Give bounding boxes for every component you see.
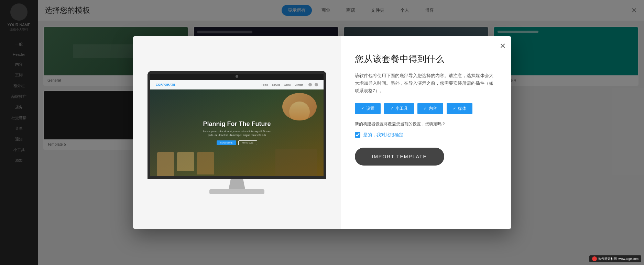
screen-menu-icon xyxy=(315,83,318,86)
watermark-icon xyxy=(592,256,597,261)
tag-label-content: 内容 xyxy=(429,106,437,112)
hero-buttons: READ MORE PURCHASE xyxy=(203,140,271,145)
modal-info: 您从该套餐中得到什么 该软件包将使用下面的底部导入您选择的内容。请注意，选择媒体… xyxy=(341,36,511,229)
modal-close-button[interactable]: ✕ xyxy=(500,42,506,51)
check-icon-settings: ✓ xyxy=(361,106,364,111)
screen-nav-items: Home Service About Contact xyxy=(262,84,303,86)
screen-navbar: CORPORATE Home Service About Contact xyxy=(150,80,324,89)
modal-dialog: ✕ CORPORATE Home Service xyxy=(133,36,511,229)
hero-btn-purchase[interactable]: PURCHASE xyxy=(238,140,257,145)
hero-title: Plannig For The Future xyxy=(203,120,271,128)
check-icon-widgets: ✓ xyxy=(390,106,393,111)
screen-nav-service: Service xyxy=(272,84,280,86)
modal-tag-widgets: ✓ 小工具 xyxy=(384,103,414,114)
modal-overlay: ✕ CORPORATE Home Service xyxy=(0,0,644,265)
monitor: CORPORATE Home Service About Contact xyxy=(148,71,326,179)
modal-tag-content: ✓ 内容 xyxy=(417,103,443,114)
watermark: 淘气哥素材网 www.tqge.com xyxy=(589,255,641,262)
hero-content: Plannig For The Future Lorem ipsum dolor… xyxy=(203,120,271,145)
modal-tag-settings: ✓ 设置 xyxy=(355,103,381,114)
screen-nav-about: About xyxy=(284,84,291,86)
confirm-checkbox[interactable] xyxy=(355,132,360,138)
monitor-neck xyxy=(227,179,247,189)
hero-btn-read-more[interactable]: READ MORE xyxy=(217,140,236,145)
modal-tags: ✓ 设置 ✓ 小工具 ✓ 内容 ✓ 媒体 xyxy=(355,103,498,114)
tag-label-widgets: 小工具 xyxy=(395,106,408,112)
check-icon-media: ✓ xyxy=(453,106,456,111)
screen-nav-home: Home xyxy=(262,84,268,86)
monitor-topbar xyxy=(150,74,324,80)
tag-label-media: 媒体 xyxy=(458,106,466,112)
modal-warning-text: 新的构建器设置将覆盖您当前的设置，您确定吗？ xyxy=(355,121,498,127)
modal-tag-media: ✓ 媒体 xyxy=(447,103,472,114)
screen-hero: Plannig For The Future Lorem ipsum dolor… xyxy=(150,89,324,176)
modal-confirm-row: 是的，我对此很确定 xyxy=(355,132,498,138)
monitor-notch xyxy=(236,75,238,78)
modal-description: 该软件包将使用下面的底部导入您选择的内容。请注意，选择媒体会大大增加导入时间。另… xyxy=(355,72,498,95)
tag-label-settings: 设置 xyxy=(366,106,374,112)
computer-mockup: CORPORATE Home Service About Contact xyxy=(148,71,326,194)
watermark-text: 淘气哥素材网 xyxy=(598,257,617,261)
screen-search-icon xyxy=(308,83,312,86)
screen-logo: CORPORATE xyxy=(156,83,175,86)
watermark-url: www.tqge.com xyxy=(618,257,638,261)
hero-desc: Lorem ipsum dolor sit amet, conse cetur … xyxy=(203,130,271,137)
screen-nav-contact: Contact xyxy=(295,84,303,86)
check-icon-content: ✓ xyxy=(424,106,427,111)
confirm-label[interactable]: 是的，我对此很确定 xyxy=(363,132,403,138)
modal-heading: 您从该套餐中得到什么 xyxy=(355,53,498,65)
monitor-screen: CORPORATE Home Service About Contact xyxy=(150,80,324,176)
screen-nav-icons xyxy=(308,83,318,86)
modal-preview: CORPORATE Home Service About Contact xyxy=(133,36,341,229)
monitor-base xyxy=(209,189,264,194)
import-template-button[interactable]: IMPORT TEMPLATE xyxy=(355,148,444,166)
